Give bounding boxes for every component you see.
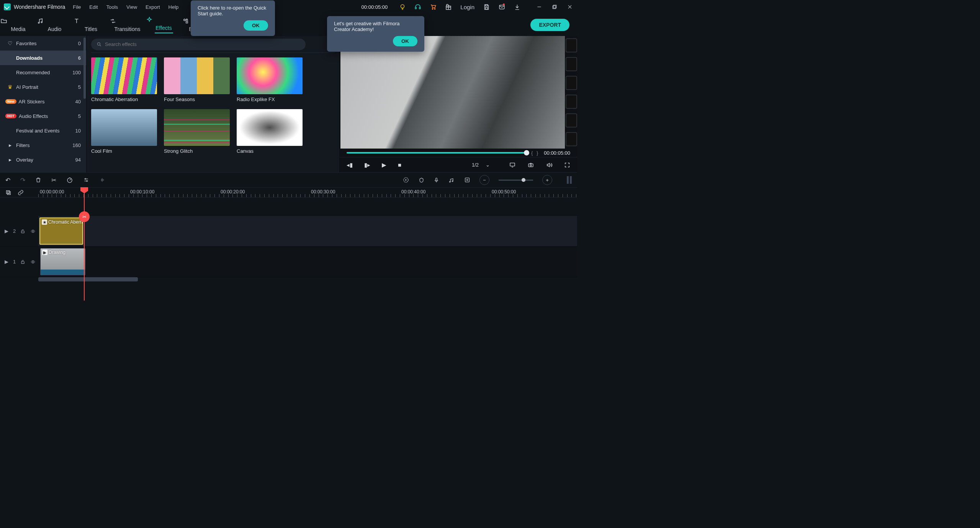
voiceover-mic-icon[interactable]	[434, 177, 439, 183]
hot-badge: HOT	[5, 114, 16, 118]
ruler-head	[0, 188, 38, 197]
window-maximize-icon[interactable]	[551, 3, 558, 10]
preview-quality-selector[interactable]: 1/2 ⌄	[472, 162, 490, 168]
search-input[interactable]	[105, 41, 300, 47]
timeline-playhead[interactable]: ✂	[84, 188, 85, 301]
fullscreen-icon[interactable]	[564, 162, 570, 168]
zoom-fit-icon[interactable]	[567, 176, 572, 184]
split-icon[interactable]: ✂	[51, 177, 56, 184]
keyframe-icon[interactable]	[464, 177, 470, 183]
effect-card[interactable]: Four Seasons	[164, 57, 230, 102]
preview-markers[interactable]: { }	[531, 150, 539, 156]
cart-icon[interactable]	[430, 3, 437, 10]
chevron-right-icon: ▸	[5, 157, 15, 163]
playhead-cut-icon[interactable]: ✂	[79, 211, 90, 222]
display-icon[interactable]	[509, 162, 516, 168]
login-button[interactable]: Login	[460, 4, 474, 10]
svg-point-0	[401, 5, 404, 8]
zoom-out-button[interactable]: −	[479, 175, 489, 185]
adjust-icon[interactable]	[83, 177, 89, 183]
save-icon[interactable]	[483, 3, 490, 10]
undo-icon[interactable]: ↶	[5, 177, 10, 184]
sidebar-item-filters[interactable]: ▸ Filters160	[0, 138, 86, 152]
menu-help[interactable]: Help	[169, 4, 179, 10]
redo-icon[interactable]: ↷	[20, 177, 25, 184]
search-box[interactable]	[91, 39, 306, 50]
svg-point-4	[435, 8, 435, 9]
sidebar-item-recommended[interactable]: Recommended100	[0, 65, 86, 80]
menu-export[interactable]: Export	[146, 4, 160, 10]
track-effects-lane[interactable]: ★Chromatic Aberra	[38, 216, 577, 246]
menu-tools[interactable]: Tools	[106, 4, 118, 10]
sidebar-item-downloads[interactable]: Downloads6	[0, 51, 86, 65]
menu-view[interactable]: View	[126, 4, 137, 10]
track-video-lane[interactable]: ▶Drawing	[38, 247, 577, 277]
delete-icon[interactable]	[35, 177, 41, 183]
tab-titles[interactable]: Titles	[73, 18, 109, 32]
preview-video[interactable]	[340, 36, 565, 149]
support-headset-icon[interactable]	[414, 3, 421, 10]
lock-icon[interactable]	[20, 259, 25, 265]
effect-card[interactable]: Chromatic Aberration	[91, 57, 157, 102]
sidebar-item-overlay[interactable]: ▸ Overlay94	[0, 152, 86, 167]
prev-frame-icon[interactable]: ◂▮	[347, 162, 353, 168]
add-track-icon[interactable]	[5, 190, 11, 196]
stop-icon[interactable]: ■	[398, 162, 401, 168]
snapshot-icon[interactable]	[527, 162, 534, 168]
play-icon[interactable]: ▶	[382, 162, 386, 168]
timeline-ruler[interactable]: 00:00:00:0000:00:10:0000:00:20:0000:00:3…	[38, 188, 577, 197]
tab-transitions[interactable]: Transitions	[109, 18, 146, 32]
clip-drawing[interactable]: ▶Drawing	[40, 248, 85, 275]
clip-chromatic-aberration[interactable]: ★Chromatic Aberra	[39, 217, 83, 245]
preview-pane: { } 00:00:05:00 ◂▮ ▮▸ ▶ ■ 1/2 ⌄	[340, 36, 577, 172]
svg-point-11	[38, 22, 39, 23]
svg-rect-40	[21, 262, 25, 263]
menu-edit[interactable]: Edit	[89, 4, 98, 10]
next-frame-icon[interactable]: ▮▸	[364, 162, 370, 168]
zoom-slider[interactable]	[499, 180, 533, 181]
preview-seek-bar[interactable]	[347, 152, 527, 154]
title-bar: Wondershare Filmora File Edit Tools View…	[0, 0, 577, 14]
sidebar-item-ai-portrait[interactable]: ♛ AI Portrait5	[0, 80, 86, 94]
effect-name: Strong Glitch	[164, 148, 230, 154]
marker-icon[interactable]	[419, 177, 424, 183]
effect-card[interactable]: Cool Film	[91, 109, 157, 154]
window-close-icon[interactable]	[566, 3, 573, 10]
audio-edit-icon[interactable]	[99, 177, 106, 183]
message-icon[interactable]	[498, 3, 505, 10]
tab-effects[interactable]: Effects	[146, 16, 182, 33]
category-sidebar[interactable]: ♡ Favorites0 Downloads6 Recommended100 ♛…	[0, 36, 87, 172]
volume-icon[interactable]	[546, 162, 553, 168]
tab-audio[interactable]: Audio	[36, 18, 73, 32]
sidebar-item-ar-stickers[interactable]: New AR Stickers40	[0, 94, 86, 109]
sidebar-scrollbar[interactable]	[83, 38, 86, 99]
lock-icon[interactable]	[20, 229, 25, 234]
timeline-horizontal-scrollbar[interactable]	[0, 277, 577, 281]
gift-icon[interactable]	[445, 3, 452, 10]
window-minimize-icon[interactable]	[536, 3, 543, 10]
effects-grid: Chromatic Aberration Four Seasons Radio …	[91, 57, 335, 154]
menu-file[interactable]: File	[73, 4, 81, 10]
sidebar-item-audio-effects[interactable]: HOT Audio Effects5	[0, 109, 86, 123]
effect-card[interactable]: Canvas	[237, 109, 303, 154]
track-type-icon: ▶	[5, 259, 8, 265]
link-icon[interactable]	[18, 190, 24, 196]
tooltip-quickstart-ok-button[interactable]: OK	[244, 20, 268, 31]
speed-icon[interactable]	[66, 177, 73, 183]
sidebar-item-festival[interactable]: Festival and Events10	[0, 123, 86, 138]
effect-card[interactable]: Strong Glitch	[164, 109, 230, 154]
tips-bulb-icon[interactable]	[399, 3, 406, 10]
tooltip-academy-ok-button[interactable]: OK	[393, 36, 417, 46]
zoom-in-button[interactable]: +	[542, 175, 552, 185]
effect-card[interactable]: Radio Explike FX	[237, 57, 303, 102]
sidebar-item-favorites[interactable]: ♡ Favorites0	[0, 36, 86, 51]
eye-icon[interactable]	[30, 260, 36, 264]
render-icon[interactable]	[402, 177, 409, 183]
effect-thumbnail	[91, 109, 157, 146]
eye-icon[interactable]	[30, 229, 36, 234]
ruler-label: 00:00:40:00	[401, 189, 425, 195]
download-icon[interactable]	[514, 3, 520, 10]
export-button[interactable]: EXPORT	[530, 19, 569, 31]
tab-media[interactable]: Media	[0, 18, 36, 32]
audio-mixer-icon[interactable]	[448, 177, 455, 183]
